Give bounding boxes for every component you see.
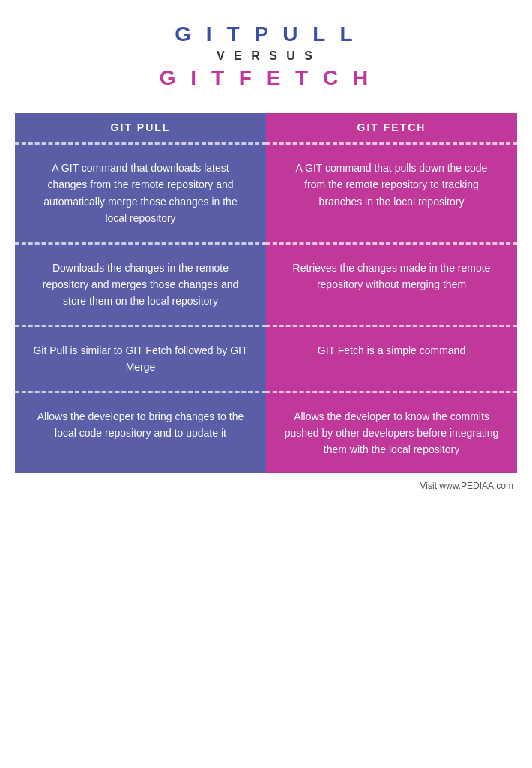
fetch-header: GIT FETCH xyxy=(266,112,517,142)
footer-note: Visit www.PEDIAA.com xyxy=(15,481,517,491)
pull-header: GIT PULL xyxy=(15,112,266,142)
table-row: Downloads the changes in the remote repo… xyxy=(15,242,517,325)
header-row: GIT PULL GIT FETCH xyxy=(15,112,517,142)
fetch-similarity: GIT Fetch is a simple command xyxy=(266,325,517,391)
comparison-table: GIT PULL GIT FETCH A GIT command that do… xyxy=(15,112,517,473)
pull-definition: A GIT command that downloads latest chan… xyxy=(15,142,266,242)
pull-developer: Allows the developer to bring changes to… xyxy=(15,391,266,473)
pull-changes: Downloads the changes in the remote repo… xyxy=(15,242,266,325)
title-git-pull: G I T P U L L xyxy=(160,22,372,46)
fetch-developer: Allows the developer to know the commits… xyxy=(266,391,517,473)
table-row: Git Pull is similar to GIT Fetch followe… xyxy=(15,325,517,391)
table-row: A GIT command that downloads latest chan… xyxy=(15,142,517,242)
pull-similarity: Git Pull is similar to GIT Fetch followe… xyxy=(15,325,266,391)
title-git-fetch: G I T F E T C H xyxy=(160,66,372,90)
title-section: G I T P U L L V E R S U S G I T F E T C … xyxy=(160,22,372,90)
fetch-changes: Retrieves the changes made in the remote… xyxy=(266,242,517,325)
fetch-definition: A GIT command that pulls down the code f… xyxy=(266,142,517,242)
table-row: Allows the developer to bring changes to… xyxy=(15,391,517,473)
title-versus: V E R S U S xyxy=(160,50,372,63)
